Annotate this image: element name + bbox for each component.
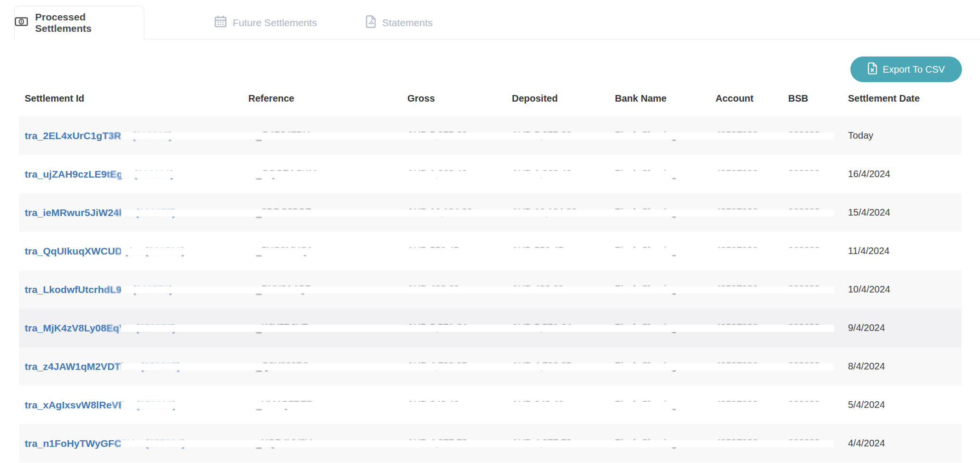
settlement-id-link[interactable]: tra_2EL4xUrC1gT3R... (262665): [25, 130, 172, 141]
table-row[interactable]: tra_n1FoHyTWyGFC9U... (257824) sr_YQD4VV…: [19, 424, 961, 463]
table-row[interactable]: tra_xAgIxsvW8lReVE... (259319) sr_YM4Q7R…: [19, 386, 961, 424]
tab-label: Future Settlements: [233, 17, 317, 28]
settlement-date-cell: 9/4/2024: [848, 322, 961, 333]
settlement-id-link[interactable]: tra_z4JAW1qM2VDTlu... (259807): [25, 361, 180, 372]
settlement-id-link[interactable]: tra_ujZAH9czLE9tEg... (262191): [25, 169, 174, 180]
settlement-id-cell: tra_QqUIkuqXWCUDq1... (260792): [19, 246, 248, 257]
tab-bar: Processed Settlements Future Settlements…: [0, 0, 980, 39]
bank-name-cell: Pinch Clearing: [615, 438, 716, 449]
reference-cell: sr_YM4Q7RED: [248, 399, 407, 410]
tab-label: Processed Settlements: [35, 11, 144, 34]
gross-cell: AUD 492.60: [407, 284, 512, 295]
settlement-id-cell: tra_n1FoHyTWyGFC9U... (257824): [19, 438, 248, 449]
settlement-id-visible: tra_QqUIkuqXWCU: [25, 246, 115, 256]
bank-name-cell: Pinch Clearing: [615, 130, 716, 141]
settlement-id-redacted: 3R... (262665): [108, 130, 172, 141]
reference-cell: sr_G4P247DY: [248, 130, 407, 141]
table-row[interactable]: tra_QqUIkuqXWCUDq1... (260792) sr_5YG9MV…: [19, 232, 961, 270]
settlements-table: Settlement Id Reference Gross Deposited …: [19, 81, 961, 463]
reference-cell: sr_DYY2A4QD: [248, 284, 407, 295]
settlement-date-cell: 11/4/2024: [848, 246, 961, 256]
settlement-id-visible: tra_ieMRwur5JiW2: [25, 207, 113, 218]
settlement-date-cell: Today: [848, 130, 961, 141]
account-cell: 49597036: [716, 399, 788, 410]
col-header-deposited: Deposited: [512, 93, 615, 104]
account-cell: 49597036: [716, 322, 788, 333]
deposited-cell: AUD 243.46: [512, 399, 615, 410]
account-cell: 49597036: [716, 438, 788, 449]
col-header-bsb: BSB: [788, 93, 848, 104]
bank-name-cell: Pinch Clearing: [615, 284, 716, 295]
file-excel-icon: [867, 62, 877, 77]
bsb-cell: 062692: [788, 438, 848, 449]
table-header-row: Settlement Id Reference Gross Deposited …: [19, 81, 961, 116]
table-row[interactable]: tra_ieMRwur5JiW24k... (261675) sr_8DDC25…: [19, 193, 961, 232]
deposited-cell: AUD 492.60: [512, 284, 615, 295]
tab-label: Statements: [382, 17, 433, 28]
deposited-cell: AUD 1,963.46: [512, 169, 615, 180]
bsb-cell: 062692: [788, 169, 848, 180]
bsb-cell: 062692: [788, 361, 848, 372]
settlement-id-link[interactable]: tra_QqUIkuqXWCUDq1... (260792): [25, 246, 185, 256]
settlement-date-cell: 15/4/2024: [848, 207, 961, 218]
deposited-cell: AUD 5,571.64: [512, 322, 615, 333]
tab-statements[interactable]: Statements: [366, 6, 433, 39]
gross-cell: AUD 243.46: [407, 399, 512, 410]
settlement-id-link[interactable]: tra_LkodwfUtcrhdL9... (260571): [25, 284, 173, 295]
bsb-cell: 062692: [788, 207, 848, 218]
table-row[interactable]: tra_2EL4xUrC1gT3R... (262665) sr_G4P247D…: [19, 116, 961, 155]
reference-cell: sr_Q2Y889D8: [248, 361, 407, 372]
gross-cell: AUD 1,963.46: [407, 169, 512, 180]
table-row[interactable]: tra_z4JAW1qM2VDTlu... (259807) sr_Q2Y889…: [19, 347, 961, 386]
settlement-id-cell: tra_2EL4xUrC1gT3R... (262665): [19, 130, 248, 142]
settlement-id-visible: tra_xAgIxsvW8lRe: [25, 399, 112, 410]
bank-name-cell: Pinch Clearing: [615, 399, 716, 410]
export-to-csv-button[interactable]: Export To CSV: [850, 57, 962, 82]
settlement-id-link[interactable]: tra_ieMRwur5JiW24k... (261675): [25, 207, 176, 218]
settlement-id-redacted: 4k... (261675): [113, 207, 176, 218]
export-button-label: Export To CSV: [883, 64, 945, 75]
bank-name-cell: Pinch Clearing: [615, 169, 716, 180]
settlement-id-redacted: EqY... (259975): [106, 322, 176, 333]
settlement-date-cell: 4/4/2024: [848, 438, 961, 449]
settlement-id-visible: tra_LkodwfUtcrh: [25, 284, 104, 295]
tab-future-settlements[interactable]: Future Settlements: [215, 6, 317, 39]
table-row[interactable]: tra_MjK4zV8Ly08EqY... (259975) sr_KJY7D2…: [19, 309, 961, 347]
settlement-id-link[interactable]: tra_xAgIxsvW8lReVE... (259319): [25, 399, 176, 410]
bank-name-cell: Pinch Clearing: [615, 246, 716, 256]
reference-cell: sr_KJY7D2V7: [248, 322, 407, 333]
settlement-id-link[interactable]: tra_n1FoHyTWyGFC9U... (257824): [25, 438, 185, 449]
settlement-id-visible: tra_2EL4xUrC1gT: [25, 130, 108, 141]
settlement-id-cell: tra_ujZAH9czLE9tEg... (262191): [19, 169, 248, 180]
deposited-cell: AUD 4,877.72: [512, 438, 615, 449]
gross-cell: AUD 4,877.72: [407, 438, 512, 449]
bsb-cell: 062692: [788, 246, 848, 256]
table-row[interactable]: tra_LkodwfUtcrhdL9... (260571) sr_DYY2A4…: [19, 270, 961, 309]
settlement-id-redacted: tEg... (262191): [107, 169, 174, 180]
col-header-gross: Gross: [407, 93, 512, 104]
account-cell: 49597036: [716, 284, 788, 295]
calendar-icon: [215, 15, 226, 30]
reference-cell: sr_YQD4VV8V: [248, 438, 407, 449]
gross-cell: AUD 550.45: [407, 246, 512, 256]
bank-name-cell: Pinch Clearing: [615, 207, 716, 218]
col-header-reference: Reference: [248, 93, 407, 104]
settlement-id-redacted: VE... (259319): [112, 399, 176, 410]
gross-cell: AUD 10,194.80: [407, 207, 512, 218]
table-body: tra_2EL4xUrC1gT3R... (262665) sr_G4P247D…: [19, 116, 961, 463]
bsb-cell: 062692: [788, 284, 848, 295]
settlement-id-visible: tra_MjK4zV8Ly08: [25, 322, 106, 333]
settlement-id-cell: tra_LkodwfUtcrhdL9... (260571): [19, 284, 248, 295]
settlement-id-redacted: Tlu... (259807): [114, 361, 180, 372]
account-cell: 49597036: [716, 130, 788, 141]
money-bill-icon: [15, 17, 28, 29]
table-row[interactable]: tra_ujZAH9czLE9tEg... (262191) sr_CQCEAC…: [19, 155, 961, 193]
settlement-date-cell: 16/4/2024: [848, 169, 961, 180]
account-cell: 49597036: [716, 207, 788, 218]
tab-processed-settlements[interactable]: Processed Settlements: [14, 6, 144, 39]
bsb-cell: 062692: [788, 322, 848, 333]
account-cell: 49597036: [716, 246, 788, 256]
settlement-id-link[interactable]: tra_MjK4zV8Ly08EqY... (259975): [25, 322, 176, 333]
bsb-cell: 062692: [788, 130, 848, 141]
gross-cell: AUD 5,571.64: [407, 322, 512, 333]
